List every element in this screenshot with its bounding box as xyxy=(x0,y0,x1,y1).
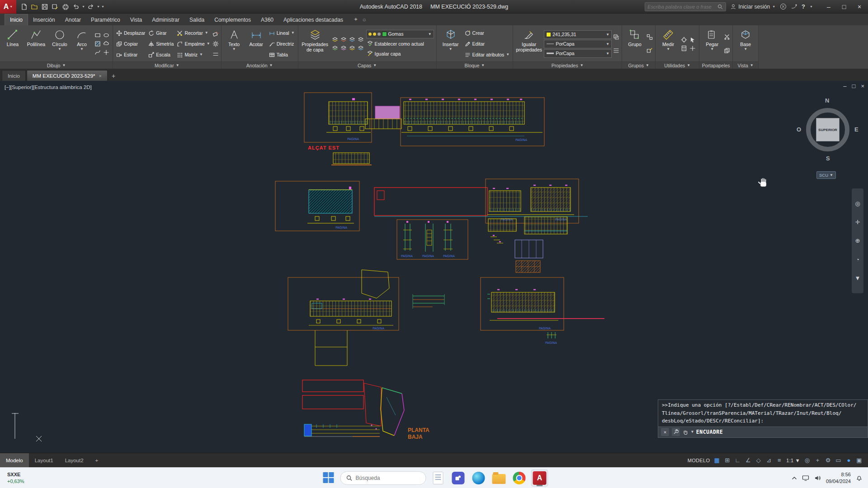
scu-button[interactable]: SCU▼ xyxy=(816,171,836,179)
panel-title-modificar[interactable]: Modificar▼ xyxy=(113,61,221,69)
layer-lock-icon[interactable] xyxy=(357,36,365,44)
annotation-monitor-icon[interactable]: ▭ xyxy=(833,455,844,466)
redo-dropdown-icon[interactable]: ▼ xyxy=(96,5,100,8)
detail-strips-center[interactable] xyxy=(413,294,444,309)
close-button[interactable]: × xyxy=(852,0,867,13)
grid-icon[interactable]: ▦ xyxy=(712,455,722,466)
layer-off-icon[interactable] xyxy=(331,36,339,44)
panel-title-dibujo[interactable]: Dibujo▼ xyxy=(0,61,113,69)
clean-screen-icon[interactable]: ▣ xyxy=(854,455,864,466)
circulo-button[interactable]: Círculo▼ xyxy=(49,27,70,61)
performance-icon[interactable]: ● xyxy=(844,455,854,466)
point-style-icon[interactable] xyxy=(689,44,697,52)
workspace-gear-icon[interactable]: ⚙ xyxy=(823,455,833,466)
full-nav-wheel-icon[interactable]: ◎ xyxy=(855,200,860,207)
arco-button[interactable]: Arco▼ xyxy=(71,27,92,61)
help-search-box[interactable] xyxy=(645,2,726,11)
tab-parametrico[interactable]: Paramétrico xyxy=(86,14,125,25)
viewcube-top-face[interactable]: SUPERIOR xyxy=(816,118,840,141)
panel-title-capas[interactable]: Capas▼ xyxy=(298,61,436,69)
hatch-icon[interactable] xyxy=(94,40,102,48)
display-icon[interactable] xyxy=(802,475,809,481)
editar-bloque-button[interactable]: Editar xyxy=(464,39,511,48)
add-layout-button[interactable]: + xyxy=(90,453,104,468)
save-button[interactable] xyxy=(40,2,50,11)
maximize-button[interactable]: □ xyxy=(836,0,852,13)
grupo-button[interactable]: Grupo xyxy=(624,27,645,61)
close-icon[interactable]: × xyxy=(99,73,102,79)
acotar-button[interactable]: Acotar xyxy=(246,27,267,61)
isodraft-icon[interactable]: ◇ xyxy=(753,455,764,466)
detail-cluster-right[interactable] xyxy=(488,217,567,272)
panel-title-anotacion[interactable]: Anotación▼ xyxy=(222,61,298,69)
panel-title-bloque[interactable]: Bloque▼ xyxy=(437,61,513,69)
color-dropdown[interactable]: 241,235,31 ▼ xyxy=(544,30,612,39)
rectangle-icon[interactable] xyxy=(94,31,102,39)
explode-icon[interactable] xyxy=(212,41,219,47)
section-mid-left[interactable]: PAGINA xyxy=(275,181,359,231)
drawing-viewport[interactable]: .obox{fill:none;stroke:#b5651d;stroke-wi… xyxy=(0,81,868,453)
recortar-button[interactable]: Recortar▼ xyxy=(176,28,211,38)
escala-button[interactable]: Escala xyxy=(147,50,175,59)
space-toggle-button[interactable]: MODELO xyxy=(686,455,712,466)
teams-icon[interactable] xyxy=(450,469,467,487)
insertar-button[interactable]: Insertar▼ xyxy=(439,27,462,61)
panel-title-propiedades[interactable]: Propiedades▼ xyxy=(513,61,622,69)
start-button[interactable] xyxy=(320,469,337,487)
tab-administrar[interactable]: Administrar xyxy=(147,14,184,25)
layer-freeze-icon[interactable] xyxy=(348,36,356,44)
link-corridor[interactable] xyxy=(365,106,401,129)
tiny-detail[interactable]: PAGINA xyxy=(545,332,557,345)
copy-clip-icon[interactable] xyxy=(724,47,730,54)
otrack-icon[interactable]: ⊿ xyxy=(764,455,774,466)
drawing[interactable]: .obox{fill:none;stroke:#b5651d;stroke-wi… xyxy=(0,81,868,453)
layer-isolate-icon[interactable] xyxy=(340,36,348,44)
tab-insercion[interactable]: Inserción xyxy=(28,14,60,25)
tray-chevron-icon[interactable] xyxy=(792,476,797,480)
lineweight-dropdown[interactable]: PorCapa ▼ xyxy=(544,49,612,58)
ribbon-display-icon[interactable]: ☼ xyxy=(362,16,367,23)
plan-bottom[interactable] xyxy=(302,380,404,436)
model-tab[interactable]: Modelo xyxy=(0,453,29,468)
viewcube-north[interactable]: N xyxy=(825,97,829,104)
save-as-button[interactable] xyxy=(50,2,60,11)
elevation-top-right[interactable]: PAGINA xyxy=(401,98,544,146)
tab-anotar[interactable]: Anotar xyxy=(60,14,86,25)
tab-vista[interactable]: Vista xyxy=(125,14,147,25)
panel-title-portapapeles[interactable]: Portapapeles xyxy=(699,61,732,69)
file-tab-document[interactable]: MM EXECUCIÓ 2023-529*× xyxy=(27,70,108,81)
doc-close-button[interactable]: × xyxy=(861,83,864,89)
girar-button[interactable]: Girar xyxy=(147,28,175,38)
chrome-icon[interactable] xyxy=(511,469,528,487)
viewport-controls[interactable]: [−][Superior][Estructura alámbrica 2D] xyxy=(5,84,92,90)
minimize-button[interactable]: – xyxy=(821,0,836,13)
nav-more-icon[interactable]: ▼ xyxy=(855,275,861,282)
pan-icon[interactable]: ✛ xyxy=(855,219,860,225)
empalme-button[interactable]: Empalme▼ xyxy=(176,39,211,48)
taskbar-widget[interactable]: SXXE +0,63% xyxy=(0,471,24,484)
base-button[interactable]: Base▼ xyxy=(735,27,756,61)
command-input-row[interactable]: × ▼ ENCUADRE xyxy=(658,427,868,438)
doc-minimize-button[interactable]: – xyxy=(843,83,846,89)
layer-on-icon[interactable] xyxy=(331,44,339,52)
layout1-tab[interactable]: Layout1 xyxy=(29,453,59,468)
tab-salida[interactable]: Salida xyxy=(184,14,209,25)
group-edit-icon[interactable] xyxy=(646,47,653,54)
spline-icon[interactable] xyxy=(94,48,102,56)
revision-cloud-icon[interactable] xyxy=(102,40,110,48)
undo-button[interactable] xyxy=(71,2,81,11)
ortho-icon[interactable]: ∟ xyxy=(732,455,743,466)
layout2-tab[interactable]: Layout2 xyxy=(59,453,90,468)
redo-button[interactable] xyxy=(86,2,96,11)
file-explorer-icon[interactable] xyxy=(491,469,508,487)
taskbar-search-input[interactable] xyxy=(356,475,415,481)
autocad-menu-button[interactable]: A▼ xyxy=(0,0,16,14)
search-icon[interactable] xyxy=(717,4,723,10)
command-tools-icon[interactable] xyxy=(672,428,680,436)
annotation-visibility-icon[interactable]: ◎ xyxy=(802,455,812,466)
cut-icon[interactable] xyxy=(724,34,730,40)
volume-icon[interactable] xyxy=(814,475,821,481)
signin-button[interactable]: Iniciar sesión ▼ xyxy=(730,4,776,10)
polar-icon[interactable]: ∠ xyxy=(743,455,753,466)
document-app-icon[interactable] xyxy=(429,469,447,487)
